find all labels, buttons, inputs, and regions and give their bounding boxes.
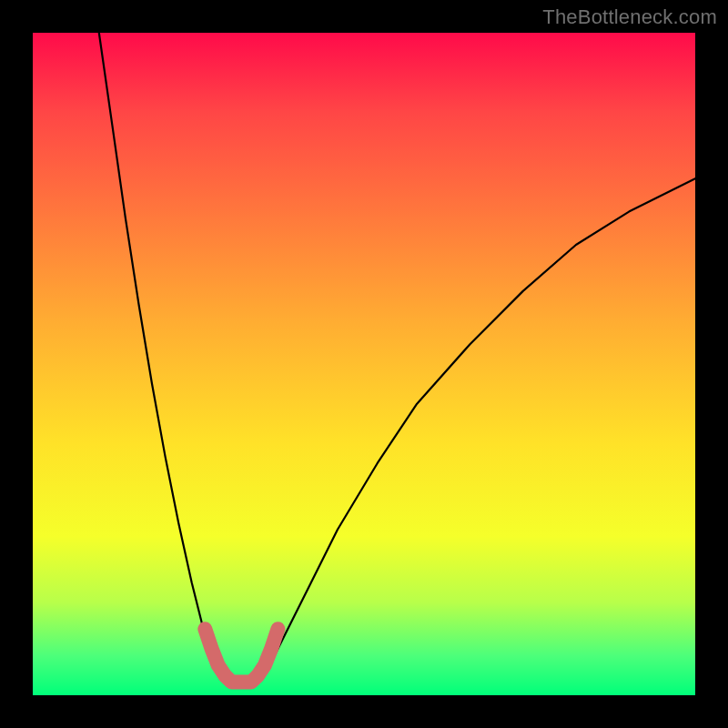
bottom-highlight <box>205 629 278 682</box>
plot-area <box>33 33 695 695</box>
curve-layer <box>33 33 695 695</box>
right-curve <box>251 178 695 682</box>
chart-frame: TheBottleneck.com <box>0 0 728 728</box>
watermark-text: TheBottleneck.com <box>542 5 717 29</box>
left-curve <box>99 33 238 682</box>
